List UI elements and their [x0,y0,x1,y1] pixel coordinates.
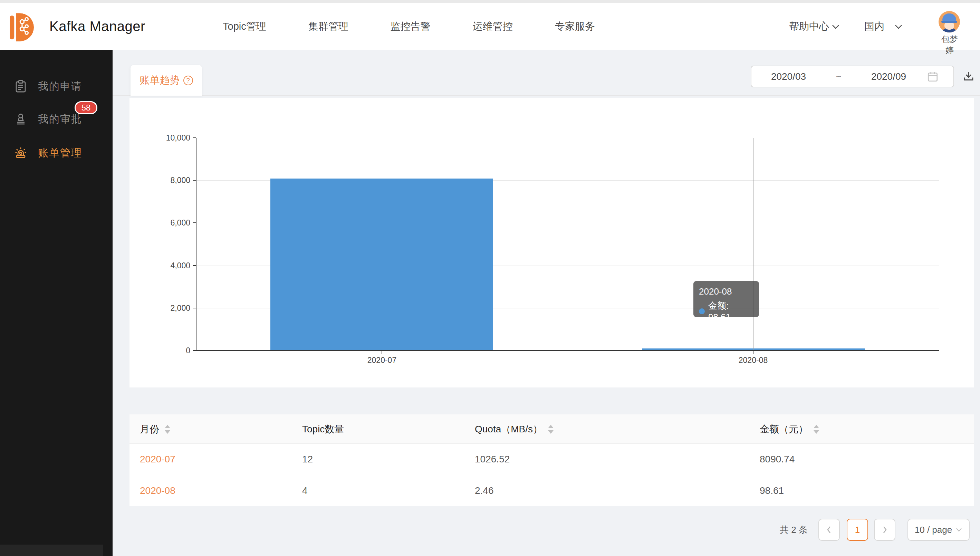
chevron-down-icon [956,527,962,532]
sidebar-item-my-applications[interactable]: 我的申请 [0,70,113,103]
column-header-topic-count: Topic数量 [302,414,344,444]
bar-2020-07[interactable] [270,179,493,351]
x-tick [753,351,754,354]
month-link[interactable]: 2020-08 [140,475,175,506]
tabbar-divider [113,95,980,96]
table-row: 2020-08 4 2.46 98.61 [129,475,974,506]
nav-cluster-management[interactable]: 集群管理 [308,20,349,34]
nav-monitoring-alerts[interactable]: 监控告警 [391,20,431,34]
page-size-select[interactable]: 10 / page [907,519,970,541]
chart-tooltip: 2020-08 金额: 98.61 [693,281,759,317]
sidebar-bottom-bar[interactable] [0,545,103,556]
tooltip-title: 2020-08 [699,285,754,298]
app-title: Kafka Manager [49,3,145,50]
sort-asc-icon[interactable] [814,425,819,428]
date-end-input[interactable]: 2020/09 [852,71,926,82]
sort-desc-icon[interactable] [165,430,170,434]
column-header-quota[interactable]: Quota（MB/s） [475,414,554,444]
topbar: Kafka Manager Topic管理 集群管理 监控告警 运维管控 专家服… [0,3,980,50]
column-label: Topic数量 [302,423,344,436]
question-circle-icon[interactable]: ? [183,76,193,85]
sidebar-item-label: 我的审批 [38,112,82,126]
x-tick [381,351,382,354]
sidebar: 我的申请 我的审批 58 账单管理 [0,50,113,556]
nav-expert-service[interactable]: 专家服务 [555,20,595,34]
pagination-next-button[interactable] [874,519,895,541]
gridline [196,138,939,138]
tooltip-value: 金额: 98.61 [708,300,754,323]
sort-icons[interactable] [165,425,170,434]
amount-cell: 98.61 [760,475,784,506]
sidebar-item-billing-management[interactable]: 账单管理 [0,136,113,170]
pagination-total: 共 2 条 [780,519,808,541]
topbar-right: 帮助中心 国内 [789,3,903,50]
tooltip-series-dot [699,309,705,314]
nav-topic-management[interactable]: Topic管理 [223,20,266,34]
region-dropdown[interactable]: 国内 [864,20,903,34]
chevron-down-icon [831,23,840,30]
download-icon[interactable] [962,70,975,83]
sort-desc-icon[interactable] [548,430,554,434]
column-header-month[interactable]: 月份 [140,414,170,444]
region-label: 国内 [864,20,884,34]
sort-desc-icon[interactable] [814,430,819,434]
y-axis-label: 0 [136,346,190,356]
avatar[interactable] [938,11,960,32]
y-axis-label: 2,000 [136,303,190,313]
username: 包梦婷 [938,34,961,56]
column-label: 月份 [140,423,159,436]
chevron-left-icon [825,525,833,534]
y-axis-label: 8,000 [136,175,190,185]
top-navigation: Topic管理 集群管理 监控告警 运维管控 专家服务 [223,3,595,50]
sort-asc-icon[interactable] [548,425,554,428]
date-start-input[interactable]: 2020/03 [751,71,826,82]
billing-table: 月份 Topic数量 Quota（MB/s） 金额（元） 2020-07 12 … [129,414,974,506]
pagination-page-1-button[interactable]: 1 [847,519,868,541]
x-axis-line [196,350,939,351]
help-center-label: 帮助中心 [789,20,829,34]
billing-trend-chart: 10,000 8,000 6,000 4,000 2,000 0 2020-07… [129,98,974,388]
column-header-amount[interactable]: 金额（元） [760,414,819,444]
page-size-value: 10 / page [915,525,952,535]
sort-icons[interactable] [814,425,819,434]
column-label: 金额（元） [760,423,808,436]
kafka-manager-logo-icon [10,11,34,44]
user-profile[interactable]: 包梦婷 [938,11,961,56]
window-top-strip [0,0,980,3]
topic-count-cell: 4 [302,475,308,506]
quota-cell: 1026.52 [475,444,510,475]
tab-billing-trend[interactable]: 账单趋势 ? [131,65,202,96]
tab-label: 账单趋势 [140,74,180,87]
amount-cell: 8090.74 [760,444,794,475]
calendar-icon [927,70,939,83]
topic-count-cell: 12 [302,444,313,475]
sidebar-item-label: 我的申请 [38,79,82,94]
stamp-icon [14,112,27,126]
x-axis-label: 2020-07 [347,356,417,365]
sidebar-item-label: 账单管理 [38,146,82,160]
quota-cell: 2.46 [475,475,494,506]
nav-ops-control[interactable]: 运维管控 [473,20,513,34]
siren-icon [14,146,27,160]
app-root: Kafka Manager Topic管理 集群管理 监控告警 运维管控 专家服… [0,0,980,556]
month-link[interactable]: 2020-07 [140,444,175,475]
y-axis-label: 10,000 [136,133,190,142]
help-center-dropdown[interactable]: 帮助中心 [789,20,840,34]
date-range-picker[interactable]: 2020/03 ~ 2020/09 [751,66,954,87]
pagination-prev-button[interactable] [819,519,840,541]
date-range-separator: ~ [826,71,852,82]
table-header: 月份 Topic数量 Quota（MB/s） 金额（元） [129,414,974,444]
y-axis-label: 6,000 [136,218,190,228]
chevron-right-icon [881,525,888,534]
y-axis-line [196,138,197,351]
x-axis-label: 2020-08 [718,356,788,365]
sort-asc-icon[interactable] [165,425,170,428]
y-axis-label: 4,000 [136,261,190,270]
column-label: Quota（MB/s） [475,423,542,436]
clipboard-icon [14,79,27,93]
approvals-count-badge: 58 [74,101,97,114]
sort-icons[interactable] [548,425,554,434]
chevron-down-icon [894,23,903,30]
table-row: 2020-07 12 1026.52 8090.74 [129,444,974,475]
